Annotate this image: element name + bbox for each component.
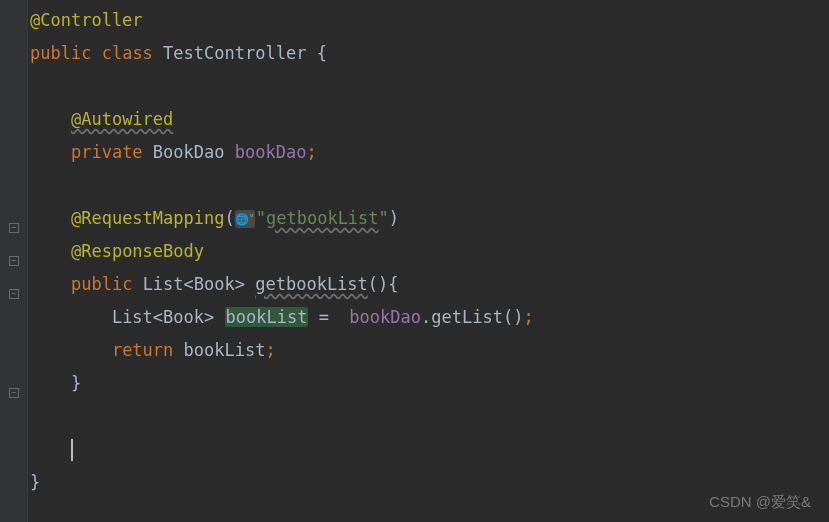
- semicolon: ;: [265, 340, 275, 360]
- paren: (: [224, 208, 234, 228]
- type: List<Book>: [112, 307, 214, 327]
- code-line: [28, 400, 829, 433]
- fold-marker-icon[interactable]: −: [9, 289, 19, 299]
- paren: ): [389, 208, 399, 228]
- string: ": [256, 208, 266, 228]
- parens: (){: [368, 274, 399, 294]
- dot: .: [421, 307, 431, 327]
- keyword: class: [102, 43, 153, 63]
- code-line: @ResponseBody: [28, 235, 829, 268]
- method-call: getList: [431, 307, 503, 327]
- fold-marker-icon[interactable]: −: [9, 388, 19, 398]
- fold-marker-icon[interactable]: −: [9, 223, 19, 233]
- variable: bookList: [226, 307, 308, 327]
- string: ": [379, 208, 389, 228]
- keyword: public: [71, 274, 132, 294]
- code-line: @RequestMapping(🌐˅"getbookList"): [28, 202, 829, 235]
- code-line: @Controller: [28, 4, 829, 37]
- code-line: @Autowired: [28, 103, 829, 136]
- code-line: }: [28, 367, 829, 400]
- code-line: [28, 169, 829, 202]
- code-line: private BookDao bookDao;: [28, 136, 829, 169]
- code-line: public List<Book> getbookList(){: [28, 268, 829, 301]
- watermark: CSDN @爱笑&: [709, 493, 811, 512]
- annotation: @Controller: [30, 10, 143, 30]
- type: List<Book>: [143, 274, 245, 294]
- highlight: bookList: [225, 307, 309, 327]
- variable: bookList: [184, 340, 266, 360]
- code-line: [28, 70, 829, 103]
- code-line: [28, 433, 829, 466]
- code-line: public class TestController {: [28, 37, 829, 70]
- parens: (): [503, 307, 523, 327]
- annotation: @ResponseBody: [71, 241, 204, 261]
- annotation: @RequestMapping: [71, 208, 225, 228]
- method-name: getbookList: [255, 274, 368, 294]
- keyword: private: [71, 142, 143, 162]
- cursor-caret: [71, 439, 73, 461]
- brace: {: [306, 43, 326, 63]
- semicolon: ;: [306, 142, 316, 162]
- semicolon: ;: [523, 307, 533, 327]
- annotation: @Autowired: [71, 109, 173, 129]
- class-name: TestController: [163, 43, 306, 63]
- gutter: − − − −: [0, 0, 28, 522]
- type: BookDao: [153, 142, 225, 162]
- field: bookDao: [235, 142, 307, 162]
- keyword: public: [30, 43, 91, 63]
- brace: }: [30, 472, 40, 492]
- brace: }: [71, 373, 81, 393]
- field-ref: bookDao: [349, 307, 421, 327]
- code-area[interactable]: @Controller public class TestController …: [28, 0, 829, 522]
- code-line: List<Book> bookList = bookDao.getList();: [28, 301, 829, 334]
- editor-container: − − − − @Controller public class TestCon…: [0, 0, 829, 522]
- fold-marker-icon[interactable]: −: [9, 256, 19, 266]
- equals: =: [308, 307, 349, 327]
- globe-icon[interactable]: 🌐˅: [235, 210, 255, 228]
- code-line: return bookList;: [28, 334, 829, 367]
- keyword: return: [112, 340, 173, 360]
- string-value: getbookList: [266, 208, 379, 228]
